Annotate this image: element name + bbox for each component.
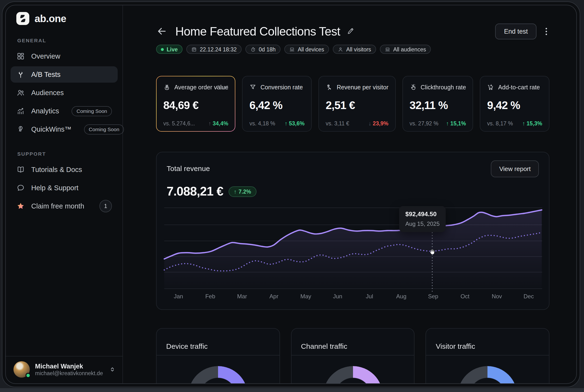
month-tick-may: May xyxy=(298,293,314,300)
metric-value: 9,42 % xyxy=(487,99,542,112)
revenue-chart-svg xyxy=(160,205,547,301)
funnel-icon xyxy=(249,84,257,91)
revenue-line-chart[interactable]: $92,494.50 Aug 15, 2025 JanFebMarAprMayJ… xyxy=(160,205,547,303)
revenue-value: 7.088,21 € xyxy=(167,184,223,199)
sidebar-nav: GENERAL Overview A/B Tests Audiences Ana… xyxy=(10,38,118,216)
metric-label: Average order value xyxy=(174,84,228,90)
abone-logo-icon xyxy=(16,12,29,25)
device-traffic-card: Device traffic xyxy=(156,328,280,383)
traffic-card-title: Channel traffic xyxy=(301,342,347,350)
month-tick-aug: Aug xyxy=(393,293,409,300)
metric-card-add-to-cart-rate[interactable]: Add-to-cart rate 9,42 % vs. 8,17 % ↑15,3… xyxy=(480,76,550,132)
revenue-card-title: Total revenue xyxy=(167,164,210,172)
metric-label: Conversion rate xyxy=(261,84,303,90)
sidebar-item-label: Analytics xyxy=(31,107,59,115)
month-tick-jun: Jun xyxy=(329,293,346,300)
metric-delta: ↑53,6% xyxy=(285,120,304,126)
metric-label: Revenue per visitor xyxy=(337,84,388,90)
visitor-traffic-donut-chart xyxy=(458,366,517,383)
sidebar-item-audiences[interactable]: Audiences xyxy=(10,84,118,101)
sidebar-item-quickwins[interactable]: QuickWins™Coming Soon xyxy=(10,121,118,138)
sidebar-item-label: Audiences xyxy=(31,89,64,96)
grab-hand-cursor-icon xyxy=(428,248,436,256)
metric-card-revenue-per-visitor[interactable]: Revenue per visitor 2,51 € vs. 3,11 € ↓2… xyxy=(318,76,396,132)
metric-label: Clickthrough rate xyxy=(421,84,466,90)
desktop-background: ab.one GENERAL Overview A/B Tests Audien… xyxy=(0,0,584,392)
test-status-chips: Live22.12.24 18:320d 18hAll devicesAll v… xyxy=(156,45,550,54)
chip-audiences[interactable]: All audiences xyxy=(380,45,431,54)
users-icon xyxy=(16,88,25,97)
app-window: ab.one GENERAL Overview A/B Tests Audien… xyxy=(5,5,577,384)
coming-soon-badge: Coming Soon xyxy=(72,106,112,116)
user-name: Michael Wanjek xyxy=(35,362,103,370)
sidebar-item-label: Help & Support xyxy=(31,184,78,192)
down-arrow-icon: ↓ xyxy=(369,120,372,126)
metric-value: 32,11 % xyxy=(410,99,466,112)
month-tick-nov: Nov xyxy=(489,293,505,300)
back-arrow-icon[interactable] xyxy=(156,26,168,37)
up-arrow-icon: ↑ xyxy=(285,120,287,126)
month-tick-apr: Apr xyxy=(266,293,282,300)
chip-live: Live xyxy=(156,45,182,54)
metric-vs-value: vs. 3,11 € xyxy=(326,120,349,126)
metric-delta: ↑15,1% xyxy=(446,120,466,126)
page-title: Home Featured Collections Test xyxy=(175,24,340,38)
sidebar-item-help[interactable]: Help & Support xyxy=(10,180,118,196)
channel-traffic-card: Channel traffic xyxy=(291,328,415,383)
avatar xyxy=(13,361,30,378)
metric-value: 6,42 % xyxy=(249,99,304,112)
chip-label: All audiences xyxy=(393,46,426,52)
logo[interactable]: ab.one xyxy=(16,12,118,25)
month-tick-oct: Oct xyxy=(457,293,473,300)
chip-devices[interactable]: All devices xyxy=(284,45,329,54)
logo-text: ab.one xyxy=(34,13,66,24)
calendar-icon xyxy=(191,46,197,52)
chip-start-date[interactable]: 22.12.24 18:32 xyxy=(186,45,242,54)
metric-card-clickthrough-rate[interactable]: Clickthrough rate 32,11 % vs. 27,92 % ↑1… xyxy=(403,76,473,132)
metric-label: Add-to-cart rate xyxy=(498,84,540,90)
sidebar-item-claim[interactable]: Claim free month1 xyxy=(10,198,118,214)
revenue-visitor-icon xyxy=(326,84,333,91)
section-label-support: SUPPORT xyxy=(17,151,118,156)
app-window-frame: ab.one GENERAL Overview A/B Tests Audien… xyxy=(2,2,580,387)
revenue-delta-badge: ↑7.2% xyxy=(229,186,256,197)
metric-vs-value: vs. 27,92 % xyxy=(410,120,439,126)
sidebar-item-analytics[interactable]: AnalyticsComing Soon xyxy=(10,103,118,119)
metric-delta: ↓23,9% xyxy=(369,120,389,126)
metric-card-conversion-rate[interactable]: Conversion rate 6,42 % vs. 4,18 % ↑53,6% xyxy=(242,76,312,132)
chip-label: Live xyxy=(167,46,178,52)
user-menu[interactable]: Michael Wanjek michael@kreativkonnekt.de xyxy=(6,356,122,383)
metric-vs-value: vs. 5.274,6... xyxy=(163,120,195,126)
device-traffic-donut-chart xyxy=(188,366,248,383)
sidebar-item-overview[interactable]: Overview xyxy=(10,48,118,64)
devices-icon xyxy=(289,46,295,52)
section-label-general: GENERAL xyxy=(17,38,118,43)
background-window-edge xyxy=(0,388,584,392)
chip-label: 22.12.24 18:32 xyxy=(200,46,237,52)
up-arrow-icon: ↑ xyxy=(446,120,449,126)
channel-traffic-donut-chart xyxy=(323,366,383,383)
month-tick-mar: Mar xyxy=(234,293,250,300)
month-tick-jul: Jul xyxy=(361,293,378,300)
sidebar-item-ab-tests[interactable]: A/B Tests xyxy=(10,66,118,83)
tooltip-value: $92,494.50 xyxy=(405,210,440,218)
audience-icon xyxy=(384,46,390,52)
metric-delta: ↑15,3% xyxy=(522,120,542,126)
metric-value: 84,69 € xyxy=(163,99,228,112)
more-options-kebab-icon[interactable] xyxy=(543,25,550,38)
chevron-up-down-icon[interactable] xyxy=(109,366,116,373)
split-arrows-icon xyxy=(16,70,25,79)
chip-duration[interactable]: 0d 18h xyxy=(245,45,280,54)
chip-visitors[interactable]: All visitors xyxy=(333,45,376,54)
traffic-cards-row: Device traffic Channel traffic Visitor t… xyxy=(156,328,550,383)
metric-card-avg-order-value[interactable]: Average order value Goal 84,69 € vs. 5.2… xyxy=(156,76,236,132)
metric-cards-row: Average order value Goal 84,69 € vs. 5.2… xyxy=(156,76,550,132)
edit-pencil-icon[interactable] xyxy=(347,28,355,35)
end-test-button[interactable]: End test xyxy=(495,23,537,39)
sidebar-item-label: Tutorials & Docs xyxy=(31,166,82,174)
view-report-button[interactable]: View report xyxy=(491,160,539,177)
up-arrow-icon: ↑ xyxy=(234,188,237,194)
chip-label: All devices xyxy=(298,46,324,52)
sidebar-item-tutorials[interactable]: Tutorials & Docs xyxy=(10,162,118,178)
book-icon xyxy=(16,165,25,174)
